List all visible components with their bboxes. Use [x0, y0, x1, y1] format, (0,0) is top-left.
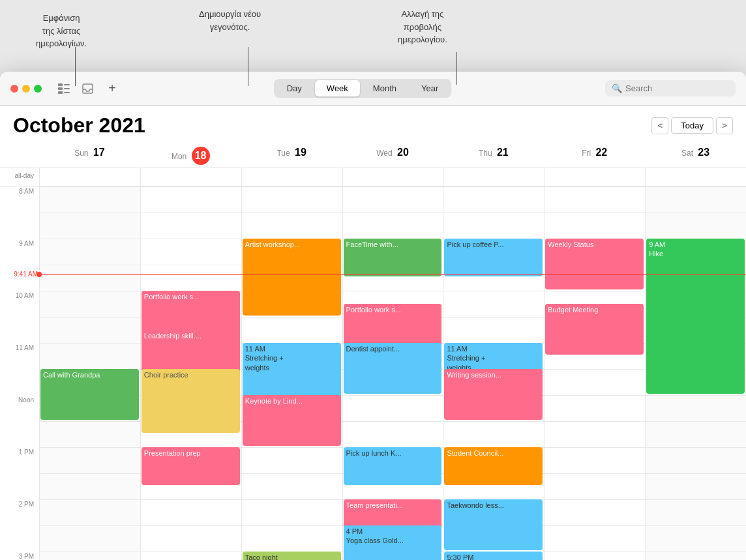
- close-button[interactable]: [10, 85, 18, 93]
- time-cell[interactable]: [645, 447, 746, 473]
- calendar-event[interactable]: Pick up coffee P...: [444, 239, 543, 276]
- time-label: [0, 265, 39, 291]
- next-button[interactable]: >: [716, 117, 733, 134]
- time-cell[interactable]: [544, 447, 645, 473]
- time-cell[interactable]: [241, 499, 342, 525]
- day-num: 22: [595, 147, 607, 158]
- time-cell[interactable]: [39, 552, 140, 560]
- calendar-event[interactable]: Budget Meeting: [545, 304, 644, 355]
- time-cell[interactable]: [544, 499, 645, 525]
- calendar-event[interactable]: Presentation prep: [142, 447, 240, 485]
- time-cell[interactable]: [241, 447, 342, 473]
- inbox-button[interactable]: [78, 80, 97, 98]
- time-cell[interactable]: [39, 213, 140, 239]
- calendar-event[interactable]: 4 PM Yoga class Gold...: [344, 525, 442, 560]
- time-cell[interactable]: [544, 552, 645, 560]
- tab-week[interactable]: Week: [315, 80, 360, 96]
- calendar-event[interactable]: Taekwondo less...: [444, 499, 543, 550]
- time-cell[interactable]: [39, 473, 140, 499]
- time-cell[interactable]: [544, 369, 645, 395]
- time-cell[interactable]: [544, 473, 645, 499]
- svg-rect-3: [64, 84, 70, 85]
- time-cell[interactable]: [645, 499, 746, 525]
- time-cell[interactable]: [241, 473, 342, 499]
- calendar-event[interactable]: Pick up lunch K...: [344, 447, 442, 485]
- time-cell[interactable]: [443, 421, 544, 447]
- day-label: Fri: [582, 149, 593, 158]
- annotation-calendar-list: Εμφάνισητης λίσταςημερολογίων.: [36, 12, 87, 50]
- maximize-button[interactable]: [34, 85, 42, 93]
- time-cell[interactable]: [645, 421, 746, 447]
- time-cell[interactable]: [39, 343, 140, 369]
- time-cell[interactable]: [544, 395, 645, 421]
- tab-year[interactable]: Year: [410, 80, 450, 96]
- time-cell[interactable]: [544, 213, 645, 239]
- time-cell[interactable]: [544, 525, 645, 552]
- time-cell[interactable]: [544, 421, 645, 447]
- time-cell[interactable]: [140, 213, 241, 239]
- annotation-change-view: Αλλαγή τηςπροβολήςημερολογίου.: [398, 8, 447, 46]
- time-cell[interactable]: [645, 473, 746, 499]
- time-cell[interactable]: [645, 213, 746, 239]
- day-num: 23: [698, 147, 709, 158]
- time-cell[interactable]: [645, 552, 746, 560]
- time-cell[interactable]: [140, 499, 241, 525]
- time-cell[interactable]: [241, 186, 342, 213]
- calendar-event[interactable]: Student Council...: [444, 447, 543, 485]
- time-cell[interactable]: [39, 239, 140, 265]
- time-cell[interactable]: [39, 265, 140, 291]
- calendar-event[interactable]: Choir practice: [142, 369, 240, 433]
- day-header-tue: Tue 19: [241, 143, 342, 168]
- time-cell[interactable]: [140, 265, 241, 291]
- time-cell[interactable]: [39, 186, 140, 213]
- calendar-event[interactable]: Dentist appoint...: [344, 343, 442, 394]
- time-cell[interactable]: [39, 317, 140, 343]
- day-label: Wed: [376, 149, 395, 158]
- time-cell[interactable]: [140, 525, 241, 552]
- time-cell[interactable]: [241, 317, 342, 343]
- svg-rect-4: [64, 88, 70, 89]
- search-box[interactable]: 🔍: [605, 80, 736, 96]
- calendar-list-button[interactable]: [55, 80, 73, 98]
- time-cell[interactable]: [140, 552, 241, 560]
- minimize-button[interactable]: [22, 85, 30, 93]
- tab-day[interactable]: Day: [275, 80, 314, 96]
- allday-cell-wed: [342, 168, 443, 186]
- time-cell[interactable]: [645, 395, 746, 421]
- calendar-event[interactable]: 9 AM Hike: [646, 239, 745, 394]
- calendar-main: October 2021 < Today > Sun 17 Mon 18 Tue…: [0, 106, 746, 560]
- calendar-event[interactable]: FaceTime with...: [344, 239, 442, 276]
- today-button[interactable]: Today: [671, 117, 713, 134]
- time-cell[interactable]: [342, 395, 443, 421]
- time-cell[interactable]: [140, 186, 241, 213]
- time-cell[interactable]: [544, 186, 645, 213]
- calendar-event[interactable]: Writing session...: [444, 369, 543, 420]
- calendar-event[interactable]: Artist workshop...: [243, 239, 341, 316]
- calendar-event[interactable]: 5:30 PM Drop off Grandma...: [444, 552, 543, 560]
- calendar-event[interactable]: Call with Grandpa: [40, 369, 139, 420]
- time-cell[interactable]: [443, 213, 544, 239]
- time-cell[interactable]: [645, 186, 746, 213]
- time-cell[interactable]: [342, 213, 443, 239]
- tab-month[interactable]: Month: [361, 80, 408, 96]
- time-cell[interactable]: [443, 317, 544, 343]
- calendar-event[interactable]: Weekly Status: [545, 239, 644, 289]
- time-cell[interactable]: [443, 186, 544, 213]
- prev-button[interactable]: <: [651, 117, 668, 134]
- time-cell[interactable]: [443, 291, 544, 317]
- time-cell[interactable]: [241, 525, 342, 552]
- search-input[interactable]: [625, 83, 729, 93]
- time-cell[interactable]: [342, 421, 443, 447]
- time-cell[interactable]: [645, 525, 746, 552]
- time-cell[interactable]: [342, 186, 443, 213]
- time-cell[interactable]: [39, 291, 140, 317]
- add-event-button[interactable]: +: [104, 81, 120, 96]
- calendar-event[interactable]: Taco night: [243, 552, 341, 560]
- time-cell[interactable]: [39, 447, 140, 473]
- time-cell[interactable]: [39, 499, 140, 525]
- time-cell[interactable]: [241, 213, 342, 239]
- calendar-event[interactable]: Keynote by Lind...: [243, 395, 341, 446]
- time-cell[interactable]: [39, 421, 140, 447]
- time-cell[interactable]: [140, 239, 241, 265]
- time-cell[interactable]: [39, 525, 140, 552]
